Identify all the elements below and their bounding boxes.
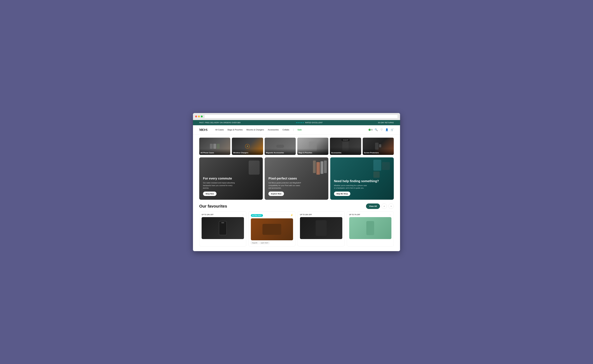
prev-arrow[interactable]: ‹ [382,203,387,209]
browser-window: FAST, FREE DELIVERY ON ORDERS OVER $69 ★… [193,113,400,251]
nav-links: All Cases Bags & Pouches Mounts & Charge… [215,128,364,131]
promo-pixel-btn[interactable]: Explore Now [268,192,284,196]
nav-all-cases[interactable]: All Cases [215,129,224,131]
product-img-3 [300,217,342,239]
product-card-2[interactable]: ULTRA FAST ⚡ MagSafe Apple Watch [249,211,296,247]
case-visual [366,221,374,235]
banner-delivery: FAST, FREE DELIVERY ON ORDERS OVER $69 [199,122,240,124]
category-label-bags: Bags & Pouches [297,149,328,155]
favourites-header: Our favourites View All ‹ › [199,203,394,209]
globe-icon [369,129,371,131]
nav-mounts-chargers[interactable]: Mounts & Chargers [246,129,264,131]
navigation: MO·S All Cases Bags & Pouches Mounts & C… [193,125,400,135]
account-icon[interactable]: 👤 [385,128,389,131]
category-label-screen-protectors: Screen Protectors [363,149,394,155]
category-card-magnetic[interactable]: Magnetic Accessories [265,138,296,155]
favourites-title: Our favourites [199,204,227,209]
product-img-1 [202,217,244,239]
promo-help-btn[interactable]: Help Me Shop [334,192,350,196]
banner-returns: 30-DAY RETURNS [378,122,394,124]
promo-pixel-desc: Get Mous-grade protection and MagSafe® c… [268,182,303,189]
product-badge-2: ULTRA FAST [251,214,263,217]
product-badge-4: UP TO 7% OFF [349,214,392,215]
logo[interactable]: MO·S [199,128,207,132]
bolt-icon-2: ⚡ [290,214,293,216]
sleeve-visual [316,220,327,236]
rating-text: RATED EXCELLENT [305,122,323,124]
category-label-intralock: Accessories [330,147,361,155]
maximize-button[interactable] [201,116,203,117]
nav-sale[interactable]: Sale [297,129,302,131]
product-card-4[interactable]: UP TO 7% OFF ♡ [347,211,394,247]
favourites-controls: View All ‹ › [366,203,394,209]
category-card-intralock[interactable]: Intralock® Accessories [330,138,361,155]
nav-collabs[interactable]: Collabs [283,129,289,131]
products-grid: UP TO 19% OFF ♡ ULTRA FAST ⚡ MagSafe App… [199,211,394,247]
promo-grid: For every commute Our water-resistant an… [199,157,394,200]
category-label-wireless-chargers: Wireless Chargers [232,149,263,155]
wishlist-icon-4[interactable]: ♡ [389,214,391,216]
product-img-2 [251,218,293,240]
promo-pixel-title: Pixel-perfect cases [268,177,324,180]
magsafe-tag: MagSafe [251,241,259,244]
next-arrow[interactable]: › [389,203,394,209]
top-banner: FAST, FREE DELIVERY ON ORDERS OVER $69 ★… [193,120,400,125]
promo-commute[interactable]: For every commute Our water-resistant an… [199,157,263,200]
wishlist-icon-3[interactable]: ♡ [340,214,342,216]
currency-selector[interactable]: $ [369,129,372,131]
category-label-phone-cases: All Phone Cases [199,149,230,155]
category-label-magnetic: Magnetic Accessories [265,149,296,155]
nav-bags-pouches[interactable]: Bags & Pouches [228,129,243,131]
promo-help-title: Need help finding something? [334,179,390,183]
promo-help-desc: Whether you're searching for a phone cas… [334,184,369,189]
category-card-bags[interactable]: Bags & Pouches [297,138,328,155]
product-card-1[interactable]: UP TO 19% OFF ♡ [199,211,246,247]
intralock-badge: Intralock® [342,139,349,141]
category-card-screen-protectors[interactable]: Screen Protectors [363,138,394,155]
main-content: All Phone Cases ⚡ Wireless Chargers Magn… [193,135,400,251]
category-card-phone-cases[interactable]: All Phone Cases [199,138,230,155]
close-button[interactable] [195,116,197,117]
rating-stars: ★★★★★ [296,122,304,124]
promo-commute-desc: Our water-resistant and impact-absorbing… [203,182,237,189]
phone-case-visual [219,221,227,235]
product-card-3[interactable]: UP TO 16% OFF ♡ [298,211,345,247]
search-icon[interactable]: 🔍 [375,128,378,131]
category-card-wireless-chargers[interactable]: ⚡ Wireless Chargers [232,138,263,155]
charger-visual [263,224,281,235]
banner-rating: ★★★★★ RATED EXCELLENT [296,122,323,124]
product-badge-3: UP TO 16% OFF [300,214,342,215]
promo-help[interactable]: Need help finding something? Whether you… [330,157,394,200]
minimize-button[interactable] [198,116,200,117]
product-img-4 [349,217,392,239]
promo-commute-btn[interactable]: Shop Now [203,192,217,196]
traffic-lights [195,116,203,117]
promo-pixel[interactable]: Pixel-perfect cases Get Mous-grade prote… [265,157,328,200]
cart-icon[interactable]: 🛒 [391,128,394,131]
product-badge-1: UP TO 19% OFF [202,214,244,215]
currency-label: $ [371,129,372,131]
nav-divider: | [293,128,294,131]
address-bar[interactable] [204,115,398,118]
wishlist-icon[interactable]: ♡ [380,128,383,131]
wishlist-icon-1[interactable]: ♡ [242,214,244,216]
promo-commute-title: For every commute [203,177,259,180]
apple-watch-tag: Apple Watch [259,241,270,244]
browser-chrome [193,113,400,120]
product-tags-2: MagSafe Apple Watch [251,241,293,244]
view-all-button[interactable]: View All [366,203,380,209]
nav-icons: $ 🔍 ♡ 👤 🛒 [369,128,394,131]
category-grid: All Phone Cases ⚡ Wireless Chargers Magn… [199,138,394,155]
nav-accessories[interactable]: Accessories [268,129,279,131]
